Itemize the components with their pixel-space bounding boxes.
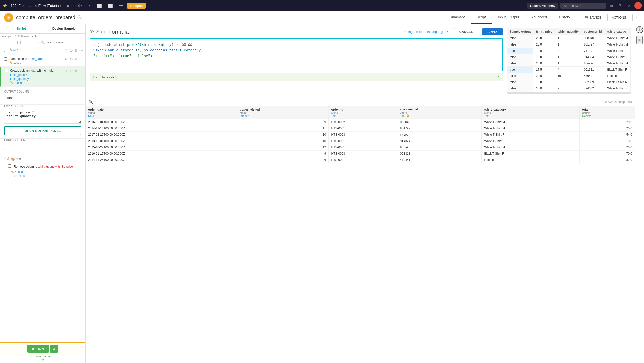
sample-table: Sample output tshirt_price tshirt_quanti… [507, 28, 631, 92]
data-search-button[interactable]: 🔍 [89, 100, 93, 104]
data-col-order_id[interactable]: order_idstringText [329, 106, 397, 119]
navbar-icon-btn-6[interactable]: ••• [117, 2, 125, 9]
formula-language-link[interactable]: Using the formula language ↗ [404, 30, 448, 34]
step-4-checkbox[interactable] [8, 164, 11, 168]
step-1-more-btn[interactable]: ⋯ [79, 48, 83, 53]
step-item-3[interactable]: Create column total with formula tshirt_… [0, 67, 85, 87]
navbar-icon-btn-2[interactable]: </> [74, 2, 84, 9]
left-panel-tabs: Script Design Sample [0, 24, 85, 34]
step-2-power-btn[interactable]: ⏻ [69, 57, 73, 61]
sample-table-row: false18.01914324White T-Shirt F [507, 54, 630, 60]
recipe-icon [4, 13, 13, 22]
step-3-checkbox[interactable] [5, 69, 8, 72]
step-3-more-btn[interactable]: ⋯ [79, 69, 83, 73]
expression-textarea[interactable]: tshirt_price * tshirt_quantity [4, 109, 81, 124]
actions-button[interactable]: ACTIONS [607, 14, 630, 21]
step-4-name: Remove columns tshirt_quantity, tshirt_p… [14, 165, 73, 168]
error-column-input[interactable] [4, 143, 81, 150]
step-2-highlight: order_date [28, 57, 43, 61]
nav-advanced[interactable]: Advanced [525, 11, 553, 24]
sample-col-price: tshirt_price [533, 28, 555, 35]
sample-output-table: Sample output tshirt_price tshirt_quanti… [507, 28, 631, 94]
nav-history[interactable]: History [553, 11, 576, 24]
step-1-power-btn[interactable]: ⏻ [69, 48, 73, 53]
formula-section: 👁 Step Formula Using the formula languag… [86, 24, 635, 98]
nav-input-output[interactable]: Input / Output [492, 11, 525, 24]
step-4-detail: Remove columns tshirt_quantity, tshirt_p… [0, 163, 85, 170]
navbar-icon-btn-3[interactable]: ▷ [86, 2, 93, 9]
step-1-eye-btn[interactable]: 👁 [64, 48, 68, 53]
formula-editor[interactable]: if(round(tshirt_price*tshirt_quantity) >… [90, 38, 503, 71]
step-3-power-btn[interactable]: ⏻ [69, 69, 73, 73]
nav-script[interactable]: Script [471, 11, 492, 24]
data-col-order_date[interactable]: order_datestringDate [86, 106, 237, 119]
saved-button[interactable]: 💾 SAVED! [580, 14, 606, 21]
run-settings-button[interactable]: ⚙ [50, 345, 58, 353]
right-sidebar-expand-btn[interactable]: ⊞ [636, 36, 643, 44]
navbar-academy[interactable]: Dataiku Academy [527, 3, 558, 9]
error-column-section: Error column [0, 138, 85, 153]
step-1-checkbox[interactable] [4, 49, 7, 52]
navbar-search-input[interactable] [560, 3, 606, 9]
output-column-input[interactable] [4, 94, 81, 101]
data-col-customer_id[interactable]: customer_idstringText 🔒 [397, 106, 481, 119]
sample-scrollbar-h[interactable] [507, 92, 631, 93]
run-button[interactable]: ▶ RUN [27, 345, 49, 353]
expression-section: Expression tshirt_price * tshirt_quantit… [0, 104, 85, 138]
step-2-more-btn[interactable]: ⋯ [79, 57, 83, 61]
formula-valid-bar: Formula is valid ✓ [90, 73, 503, 81]
navbar-icon-btn-5[interactable]: ⬜ [106, 2, 115, 9]
step-2-delete-btn[interactable]: 🗑 [74, 57, 78, 61]
step-3-delete-btn[interactable]: 🗑 [74, 69, 78, 73]
step-2-checkbox[interactable] [4, 57, 7, 61]
navbar-chart-icon[interactable]: ↗ [625, 2, 632, 9]
sample-col-qty: tshirt_quantity [555, 28, 581, 35]
step-item-2[interactable]: Parse date in order_date ✏️ 10000 👁 ⏻ 🗑 … [0, 55, 85, 67]
step-4-highlight-price: tshirt_price [58, 165, 73, 168]
search-icon: 🔍 [41, 40, 45, 44]
nav-summary[interactable]: Summary [444, 11, 471, 24]
step-4-delete-btn[interactable]: 🗑 [22, 174, 26, 178]
step-select-all-checkbox[interactable] [2, 41, 36, 44]
formula-valid-check-icon: ✓ [496, 75, 500, 80]
data-col-total[interactable]: totaldoubleDecimal [580, 106, 635, 119]
formula-title: Formula [108, 29, 129, 35]
formula-header: 👁 Step Formula Using the formula languag… [90, 28, 503, 35]
navbar-grid-icon[interactable]: ⊞ [608, 3, 615, 9]
step-3-highlight-price: tshirt_price [10, 73, 25, 77]
step-4-eye-btn[interactable]: 👁 [13, 174, 17, 178]
local-stream-settings-icon[interactable]: ⚙ [41, 358, 44, 361]
data-col-tshirt_category[interactable]: tshirt_categorystringText [481, 106, 580, 119]
step-4-power-btn[interactable]: ⏻ [18, 174, 22, 178]
step-search-input[interactable] [46, 41, 83, 44]
apply-button[interactable]: APPLY [482, 28, 503, 35]
right-sidebar-info-btn[interactable]: ⓘ [636, 26, 643, 33]
data-table-row: 2016-01-15T00:00:00.000Z 9 HTS-0003 0613… [86, 151, 635, 157]
navbar-avatar[interactable]: T [634, 2, 642, 9]
header-info-icon: ⓘ [77, 15, 82, 20]
step-1-delete-btn[interactable]: 🗑 [74, 48, 78, 53]
formula-eye-icon: 👁 [90, 29, 94, 34]
cancel-button[interactable]: CANCEL [454, 28, 478, 35]
data-col-pages_visited[interactable]: pages_visitedbigintInteger [237, 106, 329, 119]
open-editor-button[interactable]: OPEN EDITOR PANEL [4, 126, 81, 135]
step-item-4[interactable]: x² ⓘ 🎨 ⎘ ⚙ [0, 155, 85, 163]
steps-count: 4 steps [2, 35, 11, 38]
step-2-eye-btn[interactable]: 👁 [64, 57, 68, 61]
navbar-help-icon[interactable]: ? [617, 2, 623, 9]
step-1-count: ✏️ 517 [9, 48, 64, 51]
navbar-icon-btn-4[interactable]: ⬜ [95, 2, 104, 9]
step-3-eye-btn[interactable]: 👁 [64, 69, 68, 73]
step-2-actions: 👁 ⏻ 🗑 ⋯ [64, 57, 83, 61]
navbar-icon-btn-1[interactable]: ▶ [65, 2, 72, 9]
sample-table-row: true17.54061311Black T-Shirt F [507, 67, 630, 73]
expand-button[interactable]: > [632, 14, 640, 21]
tab-script[interactable]: Script [0, 24, 43, 33]
step-item-1[interactable]: ✏️ 517 👁 ⏻ 🗑 ⋯ [0, 46, 85, 55]
step-4-action-row: 👁 ⏻ 🗑 ⋯ [13, 174, 31, 178]
tab-design-sample[interactable]: Design Sample [43, 24, 86, 33]
step-4-more-btn[interactable]: ⋯ [27, 174, 31, 178]
step-4-x2-label: x² [4, 157, 6, 160]
data-table-wrap[interactable]: order_datestringDatepages_visitedbigintI… [86, 106, 635, 363]
formula-step-label: Step [96, 29, 106, 35]
